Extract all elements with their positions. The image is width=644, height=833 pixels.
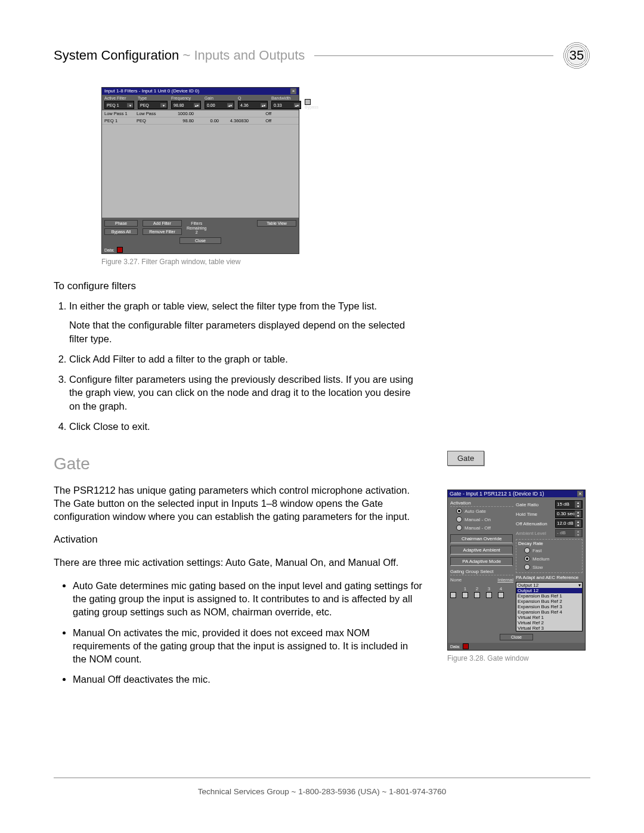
pa-adaptive-mode-button[interactable]: PA Adaptive Mode [450, 557, 513, 566]
frequency-input[interactable]: 98.80▴▾ [171, 101, 201, 109]
select-option[interactable]: Expansion Bus Ref 3 [516, 604, 582, 609]
status-led-icon [117, 247, 123, 253]
none-label: None [450, 577, 462, 583]
active-filter-select[interactable]: PEQ 1▾ [104, 101, 134, 109]
manual-off-radio[interactable]: Manual - Off [450, 524, 513, 532]
select-option[interactable]: Virtual Ref 3 [516, 625, 582, 631]
decay-rate-label: Decay Rate [518, 541, 580, 546]
type-select[interactable]: PEQ▾ [138, 101, 168, 109]
active-filter-label: Active Filter [104, 96, 134, 100]
header-title: System Configuration ~ Inputs and Output… [54, 48, 305, 63]
decay-rate-panel: Decay Rate Fast Medium Slow [516, 539, 583, 573]
gate-button-image: Gate [447, 451, 484, 466]
table-row[interactable]: PEQ 1 PEQ 98.80 0.00 4.360830 Off [102, 117, 299, 125]
bandwidth-label: Bandwidth [271, 96, 301, 100]
filters-heading: To configure filters [54, 280, 423, 292]
bypass-label: Bypass [305, 105, 318, 109]
group-2-checkbox[interactable] [474, 592, 480, 598]
group-3-checkbox[interactable] [486, 592, 492, 598]
type-label: Type [138, 96, 168, 100]
figure-filter-window: Input 1-8 Filters - Input 1 Unit 0 (Devi… [101, 87, 423, 254]
add-filter-button[interactable]: Add Filter [143, 220, 182, 227]
off-atten-label: Off Attenuation [516, 521, 547, 527]
status-label: Data: [450, 645, 460, 649]
manual-on-radio[interactable]: Manual - On [450, 515, 513, 524]
hold-time-input[interactable]: 0.30 sec▴▾ [555, 510, 583, 518]
decay-fast-radio[interactable]: Fast [518, 546, 580, 555]
table-row[interactable]: Low Pass 1 Low Pass 1000.00 Off [102, 110, 299, 117]
activation-intro: There are three mic activation settings:… [54, 556, 423, 569]
ambient-input: - dB▴▾ [555, 529, 583, 537]
bandwidth-input[interactable]: 0.33▴▾ [271, 101, 301, 109]
decay-slow-radio[interactable]: Slow [518, 563, 580, 571]
page-number-badge: 35 [563, 42, 590, 69]
select-option[interactable]: Expansion Bus Ref 2 [516, 599, 582, 604]
header-subsection: Inputs and Outputs [194, 48, 305, 63]
filter-window-title: Input 1-8 Filters - Input 1 Unit 0 (Devi… [104, 88, 199, 94]
figure-caption: Figure 3.27. Filter Graph window, table … [101, 258, 423, 266]
adaptive-ambient-button[interactable]: Adaptive Ambient [450, 546, 513, 555]
group-1-checkbox[interactable] [462, 592, 468, 598]
q-input[interactable]: 4.36▴▾ [238, 101, 268, 109]
q-label: Q [238, 96, 268, 100]
decay-medium-radio[interactable]: Medium [518, 555, 580, 563]
remove-filter-button[interactable]: Remove Filter [143, 228, 182, 235]
list-item: Manual Off deactivates the mic. [73, 673, 423, 686]
header-section: System Configuration [54, 48, 179, 63]
page-footer: Technical Services Group ~ 1-800-283-593… [0, 787, 644, 796]
select-option[interactable]: Virtual Ref 2 [516, 620, 582, 625]
hold-time-label: Hold Time [516, 512, 537, 517]
gate-heading: Gate [54, 454, 423, 473]
list-item: Configure filter parameters using the pr… [69, 373, 423, 413]
figure-gate-window: Gate - Input 1 PSR1212 1 (Device ID 1) ×… [447, 490, 586, 651]
off-atten-input[interactable]: 12.0 dB▴▾ [555, 519, 583, 528]
gain-input[interactable]: 0.00▴▾ [205, 101, 234, 109]
gate-close-button[interactable]: Close [500, 634, 533, 640]
list-item: In either the graph or table view, selec… [69, 299, 423, 345]
gain-label: Gain [205, 96, 234, 100]
bypass-all-button[interactable]: Bypass All [104, 228, 138, 235]
select-option[interactable]: Expansion Bus Ref 4 [516, 609, 582, 615]
frequency-label: Frequency [171, 96, 201, 100]
select-option[interactable]: Expansion Bus Ref 1 [516, 593, 582, 599]
ambient-label: Ambient Level [516, 531, 546, 536]
list-item: Manual On activates the mic, provided it… [73, 626, 423, 666]
gate-ratio-input[interactable]: 15 dB▴▾ [555, 500, 583, 509]
pa-ref-select[interactable]: Output 12▾ Output 12 Expansion Bus Ref 1… [516, 582, 583, 631]
auto-gate-radio[interactable]: Auto Gate [450, 507, 513, 515]
status-label: Data: [104, 248, 114, 252]
list-item: Click Add Filter to add a filter to the … [69, 352, 423, 366]
close-button[interactable]: Close [179, 237, 221, 244]
filters-remaining: Filters Remaining 2 [187, 220, 206, 235]
internal-label: Internal [467, 577, 513, 583]
pa-ref-label: PA Adapt and AEC Reference [516, 575, 583, 580]
group-4-checkbox[interactable] [498, 592, 504, 598]
select-option[interactable]: Output 12 [516, 588, 582, 593]
footer-rule [54, 778, 590, 778]
table-view-button[interactable]: Table View [257, 220, 296, 227]
page-number: 35 [568, 47, 586, 64]
close-icon[interactable]: × [290, 88, 296, 94]
list-item: Click Close to exit. [69, 420, 423, 433]
header-rule [314, 55, 553, 56]
filter-table: Low Pass 1 Low Pass 1000.00 Off PEQ 1 PE… [102, 110, 299, 218]
group-none-checkbox[interactable] [450, 592, 456, 598]
gating-group-label: Gating Group Select [450, 568, 513, 575]
figure-caption: Figure 3.28. Gate window [447, 654, 590, 662]
chevron-down-icon: ▾ [578, 583, 581, 588]
select-option[interactable]: Virtual Ref 1 [516, 615, 582, 620]
gate-intro: The PSR1212 has unique gating parameters… [54, 484, 423, 524]
gate-ratio-label: Gate Ratio [516, 502, 538, 507]
page-header: System Configuration ~ Inputs and Output… [54, 42, 590, 69]
bypass-checkbox[interactable] [305, 99, 311, 105]
filter-window-titlebar: Input 1-8 Filters - Input 1 Unit 0 (Devi… [102, 88, 299, 95]
chairman-override-button[interactable]: Chairman Override [450, 534, 513, 543]
gate-window-title: Gate - Input 1 PSR1212 1 (Device ID 1) [450, 491, 544, 497]
close-icon[interactable]: × [577, 491, 583, 497]
activation-panel-label: Activation [450, 500, 513, 507]
status-led-icon [463, 643, 469, 649]
phase-button[interactable]: Phase [104, 220, 138, 227]
activation-heading: Activation [54, 534, 423, 546]
list-item: Auto Gate determines mic gating based on… [73, 579, 423, 619]
